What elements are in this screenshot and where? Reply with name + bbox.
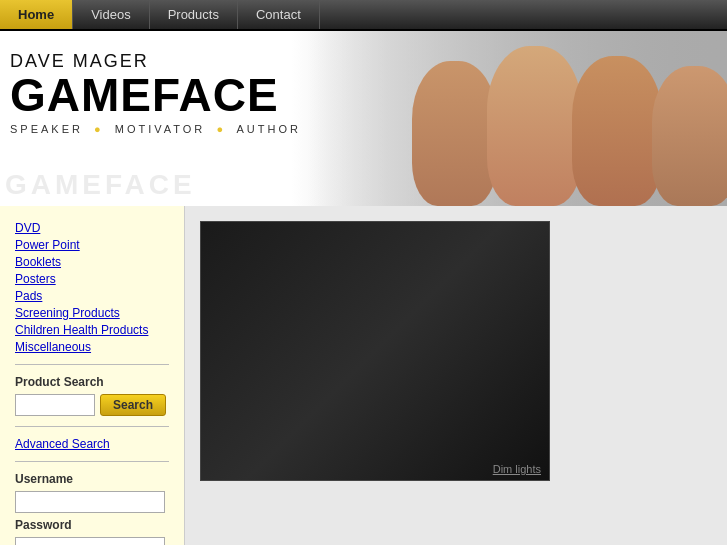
watermark-text: GAMEFACE <box>5 169 196 201</box>
sidebar-link-posters[interactable]: Posters <box>15 272 169 286</box>
sidebar-link-misc[interactable]: Miscellaneous <box>15 340 169 354</box>
product-search-label: Product Search <box>15 375 169 389</box>
sidebar-link-children[interactable]: Children Health Products <box>15 323 169 337</box>
person-face-2 <box>487 46 582 206</box>
tagline-author: AUTHOR <box>236 123 300 135</box>
video-player[interactable]: Dim lights <box>200 221 550 481</box>
logo-area: DAVE MAGER GAMEFACE SPEAKER ● MOTIVATOR … <box>10 51 301 135</box>
divider-1 <box>15 364 169 365</box>
sidebar-link-booklets[interactable]: Booklets <box>15 255 169 269</box>
search-button[interactable]: Search <box>100 394 166 416</box>
navigation-bar: Home Videos Products Contact <box>0 0 727 31</box>
nav-videos[interactable]: Videos <box>73 0 150 29</box>
tagline-speaker: SPEAKER <box>10 123 83 135</box>
person-face-1 <box>412 61 497 206</box>
sidebar-link-dvd[interactable]: DVD <box>15 221 169 235</box>
tagline-dot2: ● <box>216 123 226 135</box>
sidebar-link-screening[interactable]: Screening Products <box>15 306 169 320</box>
nav-contact[interactable]: Contact <box>238 0 320 29</box>
search-input[interactable] <box>15 394 95 416</box>
nav-products[interactable]: Products <box>150 0 238 29</box>
password-input[interactable] <box>15 537 165 545</box>
video-area: Dim lights <box>185 206 727 545</box>
logo-tagline: SPEAKER ● MOTIVATOR ● AUTHOR <box>10 123 301 135</box>
sidebar-link-powerpoint[interactable]: Power Point <box>15 238 169 252</box>
main-content: DVD Power Point Booklets Posters Pads Sc… <box>0 206 727 545</box>
logo-brand-line2: GAMEFACE <box>10 72 301 118</box>
tagline-motivator: MOTIVATOR <box>115 123 206 135</box>
header-photo <box>307 31 727 206</box>
person-face-4 <box>652 66 727 206</box>
username-input[interactable] <box>15 491 165 513</box>
search-row: Search <box>15 394 169 416</box>
dim-lights-link[interactable]: Dim lights <box>493 463 541 475</box>
divider-3 <box>15 461 169 462</box>
advanced-search-link[interactable]: Advanced Search <box>15 437 169 451</box>
tagline-dot1: ● <box>94 123 104 135</box>
person-face-3 <box>572 56 662 206</box>
password-label: Password <box>15 518 169 532</box>
sidebar-link-pads[interactable]: Pads <box>15 289 169 303</box>
username-label: Username <box>15 472 169 486</box>
divider-2 <box>15 426 169 427</box>
nav-home[interactable]: Home <box>0 0 73 29</box>
header-banner: DAVE MAGER GAMEFACE SPEAKER ● MOTIVATOR … <box>0 31 727 206</box>
sidebar: DVD Power Point Booklets Posters Pads Sc… <box>0 206 185 545</box>
